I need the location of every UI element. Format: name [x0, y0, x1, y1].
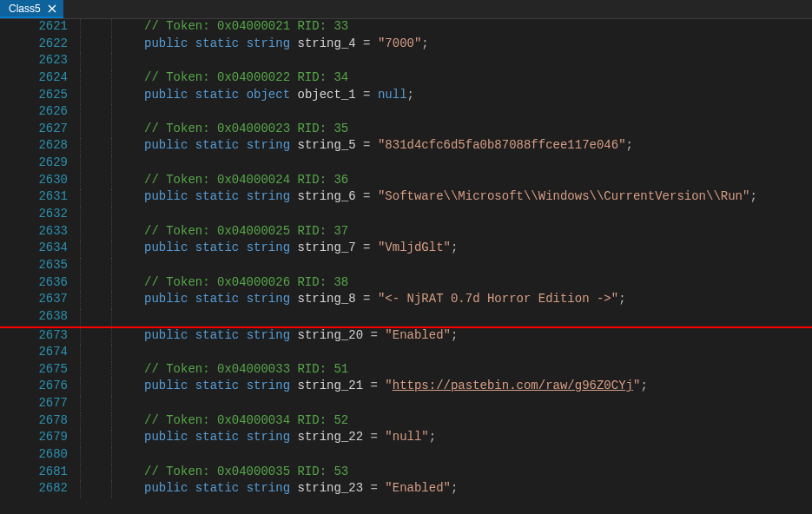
line-number: 2681: [0, 465, 80, 482]
indent-guides: [80, 88, 144, 105]
code-content: [144, 155, 812, 173]
code-line[interactable]: 2633// Token: 0x04000025 RID: 37: [0, 224, 812, 241]
code-content: [144, 258, 812, 275]
comment-token: // Token: 0x04000023 RID: 35: [144, 122, 348, 135]
keyword-public: public: [144, 379, 188, 392]
comment-token: // Token: 0x04000022 RID: 34: [144, 70, 348, 84]
code-line[interactable]: 2631public static string string_6 = "Sof…: [0, 189, 812, 207]
keyword-static: static: [195, 88, 239, 102]
indent-guides: [80, 362, 144, 379]
code-line[interactable]: 2629: [0, 155, 812, 173]
line-number: 2629: [0, 155, 80, 173]
code-line[interactable]: 2624// Token: 0x04000022 RID: 34: [0, 70, 812, 88]
line-number: 2625: [0, 88, 80, 105]
code-content: [144, 447, 812, 465]
comment-token: // Token: 0x04000034 RID: 52: [144, 413, 348, 427]
tab-class5[interactable]: Class5: [0, 0, 63, 18]
type-token: string: [247, 430, 290, 444]
line-number: 2676: [0, 379, 80, 396]
semicolon-token: ;: [407, 88, 414, 102]
code-content: // Token: 0x04000035 RID: 53: [144, 465, 812, 482]
tab-label: Class5: [9, 3, 41, 15]
equals-token: =: [356, 138, 378, 152]
string-token: "7000": [378, 36, 421, 50]
code-line[interactable]: 2635: [0, 258, 812, 275]
line-number: 2675: [0, 362, 80, 379]
semicolon-token: ;: [640, 379, 647, 392]
identifier-token: string_5: [297, 138, 355, 152]
code-line[interactable]: 2628public static string string_5 = "831…: [0, 138, 812, 155]
code-line[interactable]: 2637public static string string_8 = "<- …: [0, 292, 812, 309]
close-icon[interactable]: [46, 3, 58, 15]
code-content: // Token: 0x04000025 RID: 37: [144, 224, 812, 241]
code-content: [144, 345, 812, 362]
code-line[interactable]: 2673public static string string_20 = "En…: [0, 328, 812, 346]
indent-guides: [80, 379, 144, 396]
code-line[interactable]: 2675// Token: 0x04000033 RID: 51: [0, 362, 812, 379]
indent-guides: [80, 155, 144, 173]
string-token: "Enabled": [385, 481, 451, 495]
code-content: // Token: 0x04000024 RID: 36: [144, 173, 812, 190]
keyword-static: static: [195, 481, 239, 495]
keyword-static: static: [195, 241, 239, 254]
code-line[interactable]: 2626: [0, 104, 812, 122]
code-content: public static string string_7 = "VmljdGl…: [144, 241, 812, 258]
semicolon-token: ;: [451, 328, 458, 342]
type-token: string: [247, 481, 290, 495]
code-content: // Token: 0x04000033 RID: 51: [144, 362, 812, 379]
code-line[interactable]: 2680: [0, 447, 812, 465]
keyword-static: static: [195, 138, 239, 152]
code-line[interactable]: 2636// Token: 0x04000026 RID: 38: [0, 275, 812, 293]
type-token: string: [247, 292, 290, 306]
code-line[interactable]: 2621// Token: 0x04000021 RID: 33: [0, 19, 812, 36]
code-line[interactable]: 2674: [0, 345, 812, 362]
code-line[interactable]: 2677: [0, 396, 812, 413]
url-link[interactable]: https://pastebin.com/raw/g96Z0CYj: [393, 379, 633, 392]
code-line[interactable]: 2622public static string string_4 = "700…: [0, 36, 812, 54]
code-line[interactable]: 2623: [0, 53, 812, 70]
code-content: [144, 396, 812, 413]
code-content: public static string string_22 = "null";: [144, 430, 812, 447]
code-content: // Token: 0x04000021 RID: 33: [144, 19, 812, 36]
code-line[interactable]: 2632: [0, 207, 812, 224]
identifier-token: string_8: [297, 292, 355, 306]
indent-guides: [80, 309, 144, 326]
code-line[interactable]: 2634public static string string_7 = "Vml…: [0, 241, 812, 258]
indent-guides: [80, 138, 144, 155]
indent-guides: [80, 465, 144, 482]
code-line[interactable]: 2625public static object object_1 = null…: [0, 88, 812, 105]
code-line[interactable]: 2627// Token: 0x04000023 RID: 35: [0, 122, 812, 139]
code-content: public static string string_23 = "Enable…: [144, 481, 812, 498]
line-number: 2636: [0, 275, 80, 293]
indent-guides: [80, 224, 144, 241]
indent-guides: [80, 275, 144, 293]
code-line[interactable]: 2630// Token: 0x04000024 RID: 36: [0, 173, 812, 190]
equals-token: =: [363, 328, 385, 342]
indent-guides: [80, 70, 144, 88]
code-editor[interactable]: 2621// Token: 0x04000021 RID: 332622publ…: [0, 19, 812, 514]
line-number: 2623: [0, 53, 80, 70]
line-number: 2624: [0, 70, 80, 88]
equals-token: =: [356, 88, 378, 102]
code-line[interactable]: 2676public static string string_21 = "ht…: [0, 379, 812, 396]
keyword-static: static: [195, 379, 239, 392]
type-token: string: [247, 241, 290, 254]
line-number: 2634: [0, 241, 80, 258]
indent-guides: [80, 413, 144, 431]
indent-guides: [80, 430, 144, 447]
keyword-public: public: [144, 138, 188, 152]
identifier-token: string_20: [297, 328, 363, 342]
code-line[interactable]: 2638: [0, 309, 812, 326]
code-line[interactable]: 2682public static string string_23 = "En…: [0, 481, 812, 498]
code-line[interactable]: 2681// Token: 0x04000035 RID: 53: [0, 465, 812, 482]
line-number: 2626: [0, 104, 80, 122]
code-content: public static object object_1 = null;: [144, 88, 812, 105]
line-number: 2638: [0, 309, 80, 326]
indent-guides: [80, 447, 144, 465]
code-line[interactable]: 2679public static string string_22 = "nu…: [0, 430, 812, 447]
indent-guides: [80, 345, 144, 362]
code-line[interactable]: 2678// Token: 0x04000034 RID: 52: [0, 413, 812, 431]
indent-guides: [80, 104, 144, 122]
line-number: 2678: [0, 413, 80, 431]
indent-guides: [80, 207, 144, 224]
